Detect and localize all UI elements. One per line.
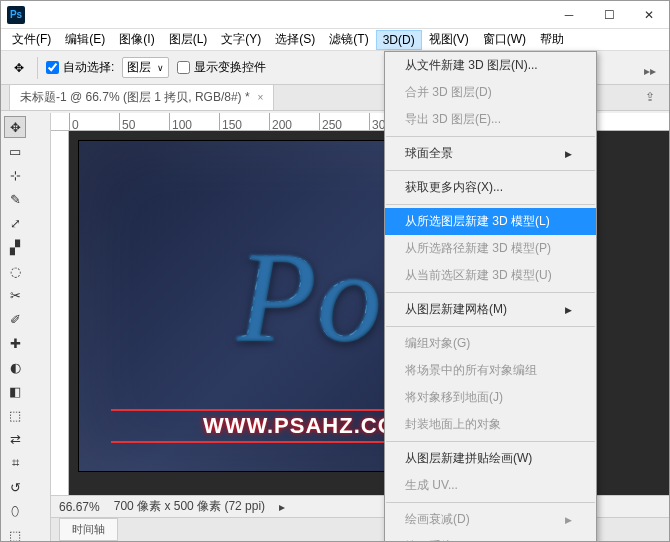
tool-9[interactable]: ✚ <box>4 332 26 354</box>
tool-11[interactable]: ◧ <box>4 380 26 402</box>
menu-图像[interactable]: 图像(I) <box>112 28 161 51</box>
titlebar: Ps ─ ☐ ✕ <box>1 1 669 29</box>
menu-文件[interactable]: 文件(F) <box>5 28 58 51</box>
menu-item[interactable]: 从所选图层新建 3D 模型(L) <box>385 208 596 235</box>
tool-0[interactable]: ✥ <box>4 116 26 138</box>
tool-17[interactable]: ⬚ <box>4 524 26 542</box>
right-panel-strip: ▸▸ ⇪ <box>639 57 665 107</box>
tool-1[interactable]: ▭ <box>4 140 26 162</box>
menu-视图[interactable]: 视图(V) <box>422 28 476 51</box>
menu-文字[interactable]: 文字(Y) <box>214 28 268 51</box>
menu-item[interactable]: 从图层新建网格(M)▶ <box>385 296 596 323</box>
menu-item: 导出 3D 图层(E)... <box>385 106 596 133</box>
menu-item: 绘画衰减(D)▶ <box>385 506 596 533</box>
menu-item[interactable]: 从文件新建 3D 图层(N)... <box>385 52 596 79</box>
app-icon: Ps <box>7 6 25 24</box>
tool-8[interactable]: ✐ <box>4 308 26 330</box>
menu-item: 合并 3D 图层(D) <box>385 79 596 106</box>
panel-toggle-icon[interactable]: ▸▸ <box>639 61 661 81</box>
minimize-button[interactable]: ─ <box>549 1 589 29</box>
tool-3[interactable]: ✎ <box>4 188 26 210</box>
info-arrow-icon[interactable]: ▸ <box>279 500 285 514</box>
menu-窗口[interactable]: 窗口(W) <box>476 28 533 51</box>
menu-帮助[interactable]: 帮助 <box>533 28 571 51</box>
show-transform-input[interactable] <box>177 61 190 74</box>
menu-item: 封装地面上的对象 <box>385 411 596 438</box>
auto-select-input[interactable] <box>46 61 59 74</box>
menu-滤镜[interactable]: 滤镜(T) <box>322 28 375 51</box>
menu-item: 将对象移到地面(J) <box>385 384 596 411</box>
tool-15[interactable]: ↺ <box>4 476 26 498</box>
share-icon[interactable]: ⇪ <box>639 87 661 107</box>
menu-item[interactable]: 获取更多内容(X)... <box>385 174 596 201</box>
maximize-button[interactable]: ☐ <box>589 1 629 29</box>
menu-图层[interactable]: 图层(L) <box>162 28 215 51</box>
tool-14[interactable]: ⌗ <box>4 452 26 474</box>
close-tab-icon[interactable]: × <box>258 92 264 103</box>
menu-编辑[interactable]: 编辑(E) <box>58 28 112 51</box>
tool-5[interactable]: ▞ <box>4 236 26 258</box>
menu-item[interactable]: 球面全景▶ <box>385 140 596 167</box>
menubar: 文件(F)编辑(E)图像(I)图层(L)文字(Y)选择(S)滤镜(T)3D(D)… <box>1 29 669 51</box>
tool-10[interactable]: ◐ <box>4 356 26 378</box>
menu-选择[interactable]: 选择(S) <box>268 28 322 51</box>
menu-item: 生成 UV... <box>385 472 596 499</box>
submenu-arrow-icon: ▶ <box>565 515 572 525</box>
auto-select-target-dropdown[interactable]: 图层∨ <box>122 57 169 78</box>
tool-4[interactable]: ⤢ <box>4 212 26 234</box>
document-tab[interactable]: 未标题-1 @ 66.7% (图层 1 拷贝, RGB/8#) * × <box>9 84 274 110</box>
menu-item: 绘画系统▶ <box>385 533 596 542</box>
menu-3d[interactable]: 3D(D) <box>376 30 422 50</box>
auto-select-label: 自动选择: <box>63 59 114 76</box>
artwork-text: Po <box>237 221 381 371</box>
tool-12[interactable]: ⬚ <box>4 404 26 426</box>
zoom-level[interactable]: 66.67% <box>59 500 100 514</box>
menu-item: 将场景中的所有对象编组 <box>385 357 596 384</box>
menu-item: 从所选路径新建 3D 模型(P) <box>385 235 596 262</box>
tool-6[interactable]: ◌ <box>4 260 26 282</box>
show-transform-label: 显示变换控件 <box>194 59 266 76</box>
auto-select-checkbox[interactable]: 自动选择: <box>46 59 114 76</box>
tool-16[interactable]: ⬯ <box>4 500 26 522</box>
tool-2[interactable]: ⊹ <box>4 164 26 186</box>
menu-item: 从当前选区新建 3D 模型(U) <box>385 262 596 289</box>
close-button[interactable]: ✕ <box>629 1 669 29</box>
tool-13[interactable]: ⇄ <box>4 428 26 450</box>
timeline-tab[interactable]: 时间轴 <box>59 518 118 541</box>
window-controls: ─ ☐ ✕ <box>549 1 669 29</box>
menu-item: 编组对象(G) <box>385 330 596 357</box>
move-tool-icon: ✥ <box>9 58 29 78</box>
submenu-arrow-icon: ▶ <box>565 305 572 315</box>
ruler-vertical <box>51 131 69 495</box>
show-transform-checkbox[interactable]: 显示变换控件 <box>177 59 266 76</box>
submenu-arrow-icon: ▶ <box>565 149 572 159</box>
toolbox: ✥▭⊹✎⤢▞◌✂✐✚◐◧⬚⇄⌗↺⬯⬚⇔↻T▷⬯✋◰Q⊡◫◧⊡⊡◫◧⊡ <box>1 113 51 541</box>
tool-7[interactable]: ✂ <box>4 284 26 306</box>
doc-info: 700 像素 x 500 像素 (72 ppi) <box>114 498 265 515</box>
menu-3d-dropdown: 从文件新建 3D 图层(N)...合并 3D 图层(D)导出 3D 图层(E).… <box>384 51 597 542</box>
menu-item[interactable]: 从图层新建拼贴绘画(W) <box>385 445 596 472</box>
